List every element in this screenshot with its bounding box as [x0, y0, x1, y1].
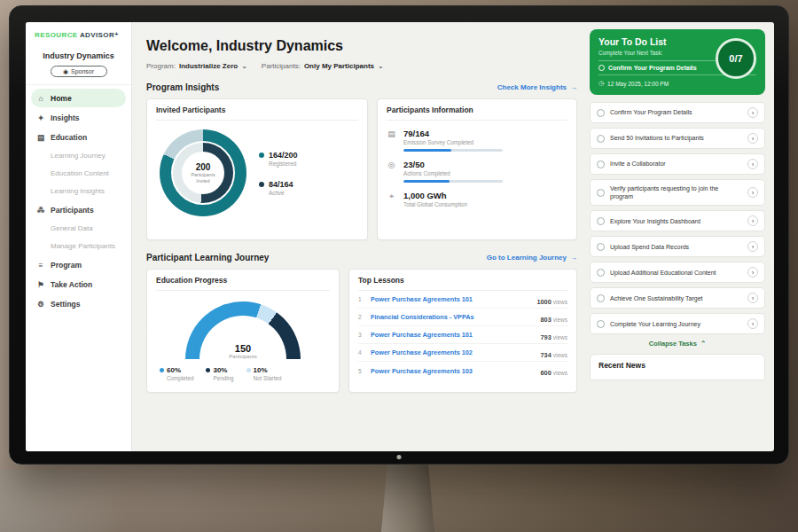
- task-checkbox[interactable]: [597, 135, 605, 143]
- todo-task-row[interactable]: Verify participants requesting to join t…: [590, 179, 765, 206]
- task-checkbox[interactable]: [597, 189, 605, 197]
- sidebar-item-icon: ✦: [36, 113, 45, 122]
- sidebar-item-label: General Data: [51, 224, 93, 232]
- chevron-right-icon[interactable]: ›: [747, 241, 758, 252]
- task-checkbox[interactable]: [597, 243, 605, 251]
- lesson-rank: 2: [358, 314, 365, 320]
- sidebar-item[interactable]: Learning Insights: [31, 183, 126, 200]
- lesson-rank: 4: [358, 349, 365, 356]
- sidebar-item[interactable]: ≡ Program: [31, 255, 126, 274]
- todo-task-row[interactable]: Send 50 Invitations to Participants ›: [590, 128, 765, 149]
- sidebar-item[interactable]: ▤ Education: [31, 128, 126, 146]
- collapse-tasks-button[interactable]: Collapse Tasks ⌃: [590, 340, 765, 348]
- sidebar-item[interactable]: General Data: [31, 220, 126, 237]
- sidebar-item[interactable]: ⌂ Home: [31, 89, 126, 107]
- lesson-views-count: 600: [541, 369, 552, 377]
- task-radio-icon: [598, 65, 605, 71]
- sidebar: RESOURCE ADVISOR+ Industry Dynamics ◉ Sp…: [26, 22, 132, 451]
- page-title: Welcome, Industry Dynamics: [146, 38, 577, 54]
- check-more-insights-link[interactable]: Check More Insights →: [497, 83, 577, 91]
- task-label: Upload Spend Data Records: [610, 243, 742, 251]
- participants-value: Only My Participants: [304, 62, 374, 70]
- lesson-views-word: views: [553, 334, 567, 340]
- chevron-right-icon[interactable]: ›: [747, 215, 758, 226]
- task-label: Confirm Your Program Details: [610, 108, 742, 116]
- chevron-right-icon[interactable]: ›: [747, 187, 758, 198]
- todo-next-task-label: Confirm Your Program Details: [608, 65, 697, 71]
- recent-news-card: Recent News: [590, 354, 765, 380]
- legend-item-registered: 164/200 Registered: [259, 151, 298, 167]
- lesson-link[interactable]: Power Purchase Agreements 102: [371, 348, 536, 356]
- todo-task-row[interactable]: Confirm Your Program Details ›: [590, 102, 765, 123]
- pending-dot: [206, 368, 210, 372]
- task-checkbox[interactable]: [597, 269, 605, 277]
- todo-task-row[interactable]: Complete Your Learning Journey ›: [590, 313, 765, 334]
- clock-icon: ◷: [598, 80, 604, 87]
- emission-survey-value: 79/164: [403, 129, 503, 138]
- sponsor-icon: ◉: [63, 68, 68, 74]
- task-checkbox[interactable]: [597, 294, 605, 302]
- lesson-link[interactable]: Power Purchase Agreements 103: [371, 367, 536, 375]
- go-to-learning-journey-label: Go to Learning Journey: [487, 254, 567, 262]
- sidebar-item[interactable]: ⚙ Settings: [31, 294, 126, 313]
- collapse-up-icon: ⌃: [700, 340, 706, 348]
- task-label: Send 50 Invitations to Participants: [610, 134, 742, 142]
- lesson-link[interactable]: Power Purchase Agreements 101: [371, 331, 536, 339]
- todo-due-label: 12 May 2025, 12:00 PM: [607, 81, 669, 87]
- todo-due: ◷ 12 May 2025, 12:00 PM: [598, 80, 756, 87]
- gauge-center-value: 150: [185, 343, 301, 354]
- todo-task-row[interactable]: Upload Spend Data Records ›: [590, 236, 765, 257]
- todo-task-row[interactable]: Invite a Collaborator ›: [590, 153, 765, 175]
- sidebar-item-icon: ⌂: [36, 94, 45, 103]
- task-checkbox[interactable]: [597, 109, 605, 117]
- pending-pct: 30%: [213, 366, 227, 374]
- global-consumption-value: 1,000 GWh: [403, 191, 467, 200]
- gauge-center: 150 Participants: [185, 343, 301, 359]
- invited-donut-chart: 200 Participants Invited: [160, 129, 246, 216]
- sidebar-item-label: Home: [51, 94, 72, 103]
- task-checkbox[interactable]: [597, 320, 605, 328]
- legend-item-not-started: 10% Not Started: [246, 366, 282, 381]
- chevron-right-icon[interactable]: ›: [747, 293, 758, 303]
- sponsor-badge[interactable]: ◉ Sponsor: [51, 66, 107, 77]
- active-label: Active: [269, 190, 293, 196]
- top-lessons-title: Top Lessons: [358, 276, 567, 291]
- scene: RESOURCE ADVISOR+ Industry Dynamics ◉ Sp…: [0, 0, 798, 532]
- app-logo-resource: RESOURCE: [35, 31, 80, 39]
- sidebar-item[interactable]: Education Content: [31, 165, 126, 182]
- sidebar-nav: ⌂ Home ✦ Insights ▤ Education: [26, 89, 131, 313]
- sidebar-item[interactable]: Manage Participants: [31, 238, 126, 254]
- desk-surface: [0, 470, 124, 532]
- active-value: 84/164: [269, 180, 293, 189]
- task-checkbox[interactable]: [597, 160, 605, 168]
- todo-task-row[interactable]: Achieve One Sustainability Target ›: [590, 287, 765, 309]
- lesson-link[interactable]: Power Purchase Agreements 101: [371, 295, 532, 303]
- sidebar-divider: [26, 84, 131, 85]
- todo-task-row[interactable]: Explore Your Insights Dashboard ›: [590, 210, 765, 231]
- sidebar-item[interactable]: ⁂ Participants: [31, 200, 126, 219]
- donut-center-label: Participants Invited: [185, 172, 221, 184]
- legend-item-completed: 60% Completed: [160, 366, 193, 381]
- chevron-right-icon[interactable]: ›: [747, 159, 758, 169]
- go-to-learning-journey-link[interactable]: Go to Learning Journey →: [487, 254, 577, 262]
- task-checkbox[interactable]: [597, 217, 605, 225]
- sidebar-item-icon: ▤: [36, 133, 45, 142]
- participants-select[interactable]: Participants: Only My Participants ⌄: [262, 62, 384, 70]
- sidebar-item[interactable]: ⚑ Take Action: [31, 275, 126, 293]
- chevron-down-icon: ⌄: [378, 62, 384, 70]
- sidebar-item[interactable]: ✦ Insights: [31, 108, 126, 127]
- sidebar-item[interactable]: Learning Journey: [31, 147, 126, 164]
- chevron-right-icon[interactable]: ›: [747, 133, 758, 144]
- program-select[interactable]: Program: Industrialize Zero ⌄: [146, 62, 247, 70]
- arrow-right-icon: →: [570, 83, 577, 91]
- chevron-right-icon[interactable]: ›: [747, 107, 758, 118]
- invited-participants-title: Invited Participants: [156, 106, 358, 121]
- todo-task-row[interactable]: Upload Additional Educational Content ›: [590, 262, 765, 283]
- main-content: Welcome, Industry Dynamics Program: Indu…: [132, 22, 586, 451]
- chevron-right-icon[interactable]: ›: [747, 318, 758, 329]
- pending-label: Pending: [213, 375, 233, 381]
- app-logo-plus: +: [114, 31, 119, 37]
- not-started-pct: 10%: [254, 366, 268, 374]
- lesson-link[interactable]: Financial Considerations - VPPAs: [371, 313, 536, 321]
- chevron-right-icon[interactable]: ›: [747, 267, 758, 278]
